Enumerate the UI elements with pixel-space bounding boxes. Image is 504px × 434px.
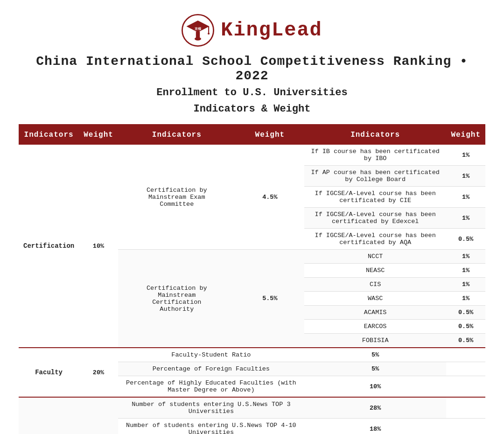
- cert-fobisia-weight: 0.5%: [446, 334, 485, 348]
- cert-auth-sub-indicator: Certification byMainstreamCertificationA…: [118, 250, 236, 348]
- faculty-row-1-indicator: Faculty-Student Ratio: [118, 348, 304, 362]
- header-weight-2: Weight: [236, 125, 304, 145]
- enrollment-row-1-weight: 28%: [304, 397, 446, 419]
- cert-row-5-indicator: If IGCSE/A-Level course has been certifi…: [304, 229, 446, 250]
- cert-main-weight: 10%: [79, 145, 118, 348]
- header-weight-1: Weight: [79, 125, 118, 145]
- table-header-row: Indicators Weight Indicators Weight Indi…: [19, 125, 485, 145]
- header-indicators-2: Indicators: [118, 125, 236, 145]
- enrollment-main-indicator: Enrollment toUniversities: [19, 397, 79, 434]
- cert-neasc-weight: 1%: [446, 264, 485, 278]
- table-row: Certification 10% Certification byMainst…: [19, 145, 485, 166]
- cert-acamis-weight: 0.5%: [446, 306, 485, 320]
- faculty-main-weight: 20%: [79, 348, 118, 397]
- enrollment-row-2-weight: 18%: [304, 419, 446, 434]
- faculty-row-3-indicator: Percentage of Highly Educated Faculties …: [118, 376, 304, 398]
- header-weight-3: Weight: [446, 125, 485, 145]
- cert-neasc-indicator: NEASC: [304, 264, 446, 278]
- svg-point-3: [195, 37, 201, 41]
- cert-ncct-indicator: NCCT: [304, 250, 446, 264]
- cert-row-5-weight: 0.5%: [446, 229, 485, 250]
- table-row: Enrollment toUniversities 70% Number of …: [19, 397, 485, 419]
- cert-wasc-indicator: WASC: [304, 292, 446, 306]
- enrollment-row-1-indicator: Number of students entering U.S.News TOP…: [118, 397, 304, 419]
- faculty-main-indicator: Faculty: [19, 348, 79, 397]
- cert-auth-sub-weight: 5.5%: [236, 250, 304, 348]
- cert-cis-weight: 1%: [446, 278, 485, 292]
- brand-name: KingLead: [221, 19, 322, 42]
- enrollment-main-weight: 70%: [79, 397, 118, 434]
- faculty-row-3-weight: 10%: [304, 376, 446, 398]
- sub-title-line1: Enrollment to U.S. Universities: [156, 87, 347, 98]
- main-title: China International School Competitivene…: [19, 54, 485, 83]
- header-indicators-3: Indicators: [304, 125, 446, 145]
- logo-area: 京领 KingLead: [182, 14, 322, 47]
- cert-row-3-weight: 1%: [446, 187, 485, 208]
- cert-fobisia-indicator: FOBISIA: [304, 334, 446, 348]
- kinglead-logo-icon: 京领: [182, 14, 214, 47]
- main-table: Indicators Weight Indicators Weight Indi…: [19, 125, 485, 434]
- cert-row-4-indicator: If IGCSE/A-Level course has been certifi…: [304, 208, 446, 229]
- cert-row-1-weight: 1%: [446, 145, 485, 166]
- cert-exam-sub-indicator: Certification byMainstream ExamCommittee: [118, 145, 236, 250]
- svg-point-5: [208, 33, 210, 35]
- faculty-row-2-indicator: Percentage of Foreign Faculties: [118, 362, 304, 376]
- cert-earcos-indicator: EARCOS: [304, 320, 446, 334]
- faculty-row-1-weight: 5%: [304, 348, 446, 362]
- cert-earcos-weight: 0.5%: [446, 320, 485, 334]
- cert-ncct-weight: 1%: [446, 250, 485, 264]
- cert-row-1-indicator: If IB course has been certificated by IB…: [304, 145, 446, 166]
- cert-acamis-indicator: ACAMIS: [304, 306, 446, 320]
- faculty-row-2-weight: 5%: [304, 362, 446, 376]
- header-indicators-1: Indicators: [19, 125, 79, 145]
- cert-row-2-indicator: If AP course has been certificated by Co…: [304, 166, 446, 187]
- cert-exam-sub-weight: 4.5%: [236, 145, 304, 250]
- cert-row-4-weight: 1%: [446, 208, 485, 229]
- cert-cis-indicator: CIS: [304, 278, 446, 292]
- cert-wasc-weight: 1%: [446, 292, 485, 306]
- cert-main-indicator: Certification: [19, 145, 79, 348]
- svg-text:京领: 京领: [195, 27, 202, 31]
- cert-row-3-indicator: If IGCSE/A-Level course has been certifi…: [304, 187, 446, 208]
- cert-row-2-weight: 1%: [446, 166, 485, 187]
- table-row: Faculty 20% Faculty-Student Ratio 5%: [19, 348, 485, 362]
- sub-title-line2: Indicators & Weight: [194, 103, 311, 115]
- enrollment-row-2-indicator: Number of students entering U.S.News TOP…: [118, 419, 304, 434]
